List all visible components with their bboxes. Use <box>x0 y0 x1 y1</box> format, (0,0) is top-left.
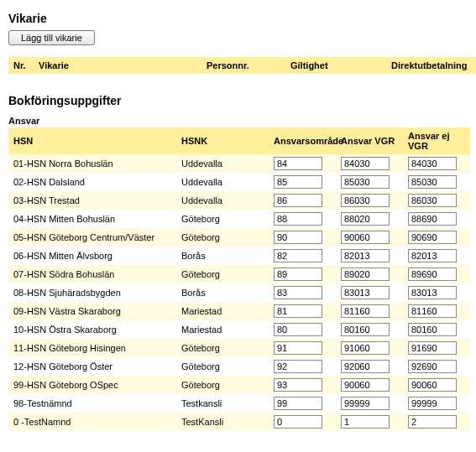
cell-hsnk: Göteborg <box>176 210 269 228</box>
ansvar-vgr-input[interactable] <box>341 286 390 299</box>
cell-input-b <box>336 339 403 357</box>
cell-input-c <box>403 210 470 228</box>
cell-hsn: 05-HSN Göteborg Centrum/Väster <box>8 228 176 247</box>
table-row: 11-HSN Göteborg HisingenGöteborg <box>8 339 470 357</box>
vikarie-header-vikarie: Vikarie <box>34 57 201 74</box>
ansvar-ej-vgr-input[interactable] <box>408 415 457 429</box>
cell-input-c <box>403 247 470 265</box>
cell-input-a <box>269 247 336 265</box>
cell-input-a <box>269 173 336 191</box>
cell-input-c <box>403 376 470 394</box>
ansvarsomrade-input[interactable] <box>274 378 322 392</box>
cell-hsn: 07-HSN Södra Bohuslän <box>8 265 176 283</box>
ansvarsomrade-input[interactable] <box>274 249 322 262</box>
cell-input-c <box>403 265 470 283</box>
cell-input-b <box>336 210 403 228</box>
cell-hsn: 01-HSN Norra Bohuslän <box>8 154 176 173</box>
ansvar-vgr-input[interactable] <box>341 268 390 281</box>
cell-input-c <box>403 357 470 376</box>
cell-hsnk: Göteborg <box>176 339 269 357</box>
ansvar-ej-vgr-input[interactable] <box>408 323 457 336</box>
ansvarsomrade-input[interactable] <box>274 157 322 170</box>
cell-hsn: 04-HSN Mitten Bohuslän <box>8 210 176 228</box>
table-row: 99-HSN Göteborg OSpecGöteborg <box>8 376 470 394</box>
cell-hsn: 08-HSN Sjuhäradsbygden <box>8 283 176 302</box>
cell-input-a <box>269 265 336 283</box>
ansvar-ej-vgr-input[interactable] <box>408 360 457 373</box>
ansvar-vgr-input[interactable] <box>341 323 390 336</box>
cell-hsn: 99-HSN Göteborg OSpec <box>8 376 176 394</box>
cell-hsn: 03-HSN Trestad <box>8 191 176 210</box>
vikarie-title: Vikarie <box>8 12 468 25</box>
cell-input-a <box>269 320 336 339</box>
ansvar-ej-vgr-input[interactable] <box>408 212 457 226</box>
cell-hsnk: Göteborg <box>176 376 269 394</box>
cell-input-c <box>403 413 470 431</box>
ansvarsomrade-input[interactable] <box>274 323 322 336</box>
ansvarsomrade-input[interactable] <box>274 304 322 318</box>
ansvar-ej-vgr-input[interactable] <box>408 194 457 207</box>
ansvar-ej-vgr-input[interactable] <box>408 249 457 262</box>
ansvarsomrade-input[interactable] <box>274 175 322 189</box>
cell-hsnk: Borås <box>176 247 269 265</box>
ansvar-ej-vgr-input[interactable] <box>408 304 457 318</box>
ansvar-ej-vgr-input[interactable] <box>408 286 457 299</box>
table-row: 05-HSN Göteborg Centrum/VästerGöteborg <box>8 228 470 247</box>
ansvar-vgr-input[interactable] <box>341 341 390 355</box>
vikarie-header-nr: Nr. <box>8 57 34 74</box>
ansvar-label: Ansvar <box>8 116 468 126</box>
ansvar-vgr-input[interactable] <box>341 175 390 189</box>
ansvarsomrade-input[interactable] <box>274 268 322 281</box>
ansvar-vgr-input[interactable] <box>341 415 390 429</box>
cell-hsn: 09-HSN Västra Skaraborg <box>8 302 176 320</box>
ansvar-vgr-input[interactable] <box>341 378 390 392</box>
cell-hsn: 0 -TestNamnd <box>8 413 176 431</box>
table-row: 02-HSN DalslandUddevalla <box>8 173 470 191</box>
ansvar-ej-vgr-input[interactable] <box>408 268 457 281</box>
ansvar-vgr-input[interactable] <box>341 194 390 207</box>
ansvar-ej-vgr-input[interactable] <box>408 231 457 244</box>
ansvar-ej-vgr-input[interactable] <box>408 341 457 355</box>
ansvar-vgr-input[interactable] <box>341 360 390 373</box>
cell-input-a <box>269 302 336 320</box>
ansvarsomrade-input[interactable] <box>274 360 322 373</box>
cell-input-c <box>403 228 470 247</box>
ansvar-vgr-input[interactable] <box>341 157 390 170</box>
ansvar-ej-vgr-input[interactable] <box>408 175 457 189</box>
cell-input-b <box>336 154 403 173</box>
table-row: 04-HSN Mitten BohuslänGöteborg <box>8 210 470 228</box>
ansvarsomrade-input[interactable] <box>274 231 322 244</box>
table-row: 98-TestnämndTestkansli <box>8 394 470 413</box>
ansvarsomrade-input[interactable] <box>274 194 322 207</box>
cell-input-c <box>403 394 470 413</box>
cell-input-c <box>403 191 470 210</box>
ansvarsomrade-input[interactable] <box>274 286 322 299</box>
bokforing-table: HSN HSNK Ansvarsområde Ansvar VGR Ansvar… <box>8 127 470 431</box>
ansvar-ej-vgr-input[interactable] <box>408 157 457 170</box>
vikarie-header-personnr: Personnr. <box>201 57 285 74</box>
cell-input-c <box>403 339 470 357</box>
cell-hsnk: Mariestad <box>176 302 269 320</box>
cell-input-b <box>336 173 403 191</box>
ansvarsomrade-input[interactable] <box>274 341 322 355</box>
ansvarsomrade-input[interactable] <box>274 415 322 429</box>
cell-hsnk: Göteborg <box>176 265 269 283</box>
ansvar-vgr-input[interactable] <box>341 249 390 262</box>
cell-input-b <box>336 413 403 431</box>
ansvar-vgr-input[interactable] <box>341 304 390 318</box>
add-vikarie-button[interactable]: Lägg till vikarie <box>8 30 95 45</box>
ansvarsomrade-input[interactable] <box>274 397 322 410</box>
ansvar-vgr-input[interactable] <box>341 397 390 410</box>
ansvar-ej-vgr-input[interactable] <box>408 378 457 392</box>
ansvarsomrade-input[interactable] <box>274 212 322 226</box>
cell-input-a <box>269 191 336 210</box>
ansvar-vgr-input[interactable] <box>341 212 390 226</box>
cell-input-c <box>403 173 470 191</box>
ansvar-ej-vgr-input[interactable] <box>408 397 457 410</box>
cell-input-a <box>269 357 336 376</box>
table-row: 01-HSN Norra BohuslänUddevalla <box>8 154 470 173</box>
table-row: 10-HSN Östra SkaraborgMariestad <box>8 320 470 339</box>
cell-input-a <box>269 228 336 247</box>
cell-input-a <box>269 283 336 302</box>
ansvar-vgr-input[interactable] <box>341 231 390 244</box>
